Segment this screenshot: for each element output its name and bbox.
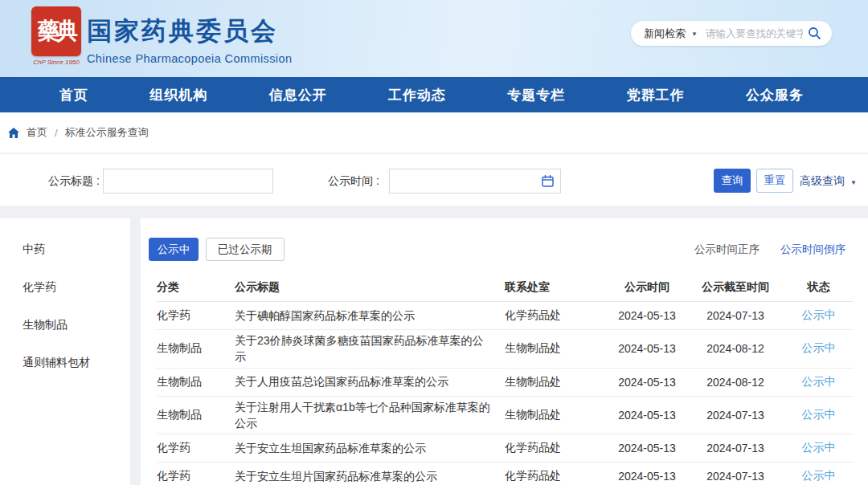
results-panel: 公示中 已过公示期 公示时间正序 公示时间倒序 分类 公示标题 联系处室 公示时… — [141, 218, 868, 485]
cell-deadline: 2024-08-12 — [687, 342, 784, 355]
cell-title[interactable]: 关于安立生坦片国家药品标准草案的公示 — [235, 468, 505, 484]
time-filter-label: 公示时间 : — [328, 174, 379, 189]
nav-item-public-service[interactable]: 公众服务 — [746, 86, 804, 104]
nav-item-special-topics[interactable]: 专题专栏 — [507, 86, 565, 104]
cell-publish-date: 2024-05-13 — [607, 376, 687, 389]
seal-logo-icon: 藥典 — [31, 6, 81, 56]
nav-item-home[interactable]: 首页 — [59, 86, 88, 104]
seal-caption: ChP Since 1950 — [27, 59, 85, 66]
sidebar-item-general-excipients[interactable]: 通则辅料包材 — [0, 344, 130, 381]
query-button[interactable]: 查询 — [714, 169, 751, 193]
site-search[interactable]: 新闻检索 ▼ — [631, 21, 832, 46]
cell-publish-date: 2024-05-13 — [607, 442, 687, 454]
cell-category: 化学药 — [157, 308, 235, 323]
sort-links: 公示时间正序 公示时间倒序 — [694, 243, 845, 257]
time-filter-field — [389, 169, 561, 194]
cell-title[interactable]: 关于安立生坦国家药品标准草案的公示 — [235, 440, 505, 456]
cell-publish-date: 2024-05-13 — [607, 409, 687, 422]
tab-in-publicity[interactable]: 公示中 — [149, 238, 199, 261]
cell-category: 化学药 — [157, 441, 235, 455]
main-nav: 首页 组织机构 信息公开 工作动态 专题专栏 党群工作 公众服务 — [0, 77, 868, 112]
table-row: 生物制品 关于23价肺炎球菌多糖疫苗国家药品标准草案的公示 生物制品处 2024… — [157, 330, 854, 369]
cell-category: 化学药 — [157, 469, 235, 483]
header-publish-date: 公示时间 — [607, 280, 687, 295]
cell-department: 生物制品处 — [505, 375, 607, 389]
cell-deadline: 2024-07-13 — [687, 442, 784, 454]
sidebar-item-tcm[interactable]: 中药 — [0, 230, 130, 268]
table-row: 化学药 关于安立生坦片国家药品标准草案的公示 化学药品处 2024-05-13 … — [157, 463, 854, 485]
reset-button[interactable]: 重置 — [756, 169, 793, 193]
search-category-select[interactable]: 新闻检索 — [644, 26, 686, 41]
sort-time-descending[interactable]: 公示时间倒序 — [780, 243, 845, 257]
cell-department: 化学药品处 — [505, 469, 607, 483]
cell-department: 化学药品处 — [505, 308, 607, 323]
site-title: 国家药典委员会 — [87, 14, 292, 48]
cell-deadline: 2024-07-13 — [687, 470, 784, 483]
site-subtitle: Chinese Pharmacopoeia Commission — [87, 52, 292, 65]
caret-down-icon: ▼ — [850, 179, 857, 186]
calendar-icon[interactable] — [542, 175, 554, 187]
sidebar-item-biologics[interactable]: 生物制品 — [0, 306, 130, 344]
header-status: 状态 — [784, 280, 854, 295]
filter-bar: 公示标题 : 公示时间 : 查询 重置 高级查询 ▼ — [0, 154, 868, 206]
header-department: 联系处室 — [505, 280, 607, 295]
cell-department: 化学药品处 — [505, 441, 607, 455]
nav-item-party-work[interactable]: 党群工作 — [627, 86, 685, 104]
tabs-row: 公示中 已过公示期 公示时间正序 公示时间倒序 — [149, 238, 854, 261]
page: 藥典 ChP Since 1950 国家药典委员会 Chinese Pharma… — [0, 0, 868, 485]
cell-status[interactable]: 公示中 — [784, 308, 854, 323]
title-filter-input[interactable] — [103, 169, 273, 194]
header-category: 分类 — [157, 280, 235, 295]
cell-status[interactable]: 公示中 — [784, 441, 854, 455]
table-row: 化学药 关于碘帕醇国家药品标准草案的公示 化学药品处 2024-05-13 20… — [157, 302, 854, 330]
caret-down-icon[interactable]: ▼ — [691, 31, 698, 38]
tab-expired-publicity[interactable]: 已过公示期 — [206, 238, 285, 261]
nav-item-organization[interactable]: 组织机构 — [149, 86, 207, 104]
cell-title[interactable]: 关于人用疫苗总论国家药品标准草案的公示 — [235, 373, 505, 389]
table-row: 化学药 关于安立生坦国家药品标准草案的公示 化学药品处 2024-05-13 2… — [157, 434, 854, 463]
site-header: 藥典 ChP Since 1950 国家药典委员会 Chinese Pharma… — [0, 0, 868, 77]
cell-status[interactable]: 公示中 — [784, 375, 854, 389]
search-input[interactable] — [706, 28, 803, 39]
cell-category: 生物制品 — [157, 375, 235, 389]
cell-publish-date: 2024-05-13 — [607, 470, 687, 483]
cell-title[interactable]: 关于注射用人干扰素α1b等七个品种国家标准草案的公示 — [235, 399, 505, 432]
search-icon[interactable] — [808, 26, 821, 40]
header-title: 公示标题 — [235, 279, 505, 295]
cell-category: 生物制品 — [157, 341, 235, 356]
cell-title[interactable]: 关于碘帕醇国家药品标准草案的公示 — [235, 308, 505, 324]
breadcrumb-home[interactable]: 首页 — [27, 125, 47, 140]
cell-status[interactable]: 公示中 — [784, 408, 854, 422]
cell-department: 生物制品处 — [505, 341, 607, 356]
cell-department: 生物制品处 — [505, 408, 607, 422]
breadcrumb: 首页 / 标准公示服务查询 — [0, 112, 868, 153]
cell-deadline: 2024-08-12 — [687, 376, 784, 389]
cell-deadline: 2024-07-13 — [687, 309, 784, 322]
table-header-row: 分类 公示标题 联系处室 公示时间 公示截至时间 状态 — [157, 273, 854, 302]
breadcrumb-current: 标准公示服务查询 — [65, 125, 149, 140]
seal-characters: 藥典 — [38, 16, 75, 47]
cell-category: 生物制品 — [157, 408, 235, 422]
cell-title[interactable]: 关于23价肺炎球菌多糖疫苗国家药品标准草案的公示 — [235, 332, 505, 365]
sort-time-ascending[interactable]: 公示时间正序 — [694, 243, 760, 257]
advanced-query-label: 高级查询 — [800, 174, 845, 189]
nav-item-work-news[interactable]: 工作动态 — [388, 86, 446, 104]
category-sidebar: 中药 化学药 生物制品 通则辅料包材 — [0, 218, 130, 485]
publicity-table: 分类 公示标题 联系处室 公示时间 公示截至时间 状态 化学药 关于碘帕醇国家药… — [157, 273, 854, 485]
advanced-query-button[interactable]: 高级查询 ▼ — [800, 174, 857, 189]
site-logo[interactable]: 藥典 ChP Since 1950 — [27, 6, 85, 66]
sidebar-item-chemical-drugs[interactable]: 化学药 — [0, 268, 130, 306]
breadcrumb-separator: / — [55, 127, 58, 139]
time-filter-input[interactable] — [390, 175, 542, 187]
title-filter-label: 公示标题 : — [48, 174, 100, 189]
header-deadline: 公示截至时间 — [687, 280, 784, 295]
cell-publish-date: 2024-05-13 — [607, 309, 687, 322]
cell-publish-date: 2024-05-13 — [607, 342, 687, 355]
house-icon[interactable] — [8, 128, 19, 138]
table-row: 生物制品 关于注射用人干扰素α1b等七个品种国家标准草案的公示 生物制品处 20… — [157, 397, 854, 435]
cell-status[interactable]: 公示中 — [784, 469, 854, 483]
site-title-block: 国家药典委员会 Chinese Pharmacopoeia Commission — [87, 14, 292, 65]
cell-deadline: 2024-07-13 — [687, 409, 784, 422]
cell-status[interactable]: 公示中 — [784, 341, 854, 356]
nav-item-info-disclosure[interactable]: 信息公开 — [269, 86, 327, 104]
